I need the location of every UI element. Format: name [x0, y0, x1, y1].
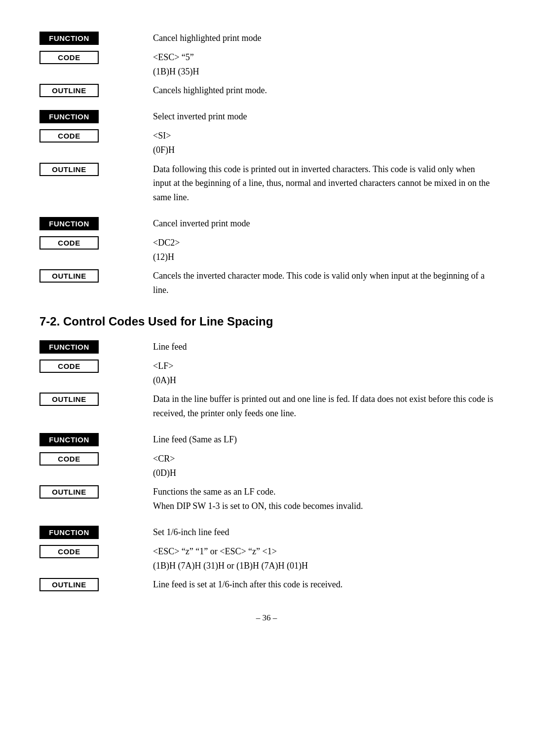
entry-value: Functions the same as an LF code.When DI…: [143, 483, 494, 515]
label-function: FUNCTION: [39, 526, 99, 539]
entry-value: Set 1/6-inch line feed: [143, 524, 494, 541]
entry-group-sg2: FUNCTIONLine feed (Same as LF)CODE<CR>(0…: [39, 431, 494, 515]
top-groups: FUNCTIONCancel highlighted print modeCOD…: [39, 30, 494, 299]
entry-row: OUTLINECancels the inverted character mo…: [39, 267, 494, 299]
entry-value: Data following this code is printed out …: [143, 161, 494, 206]
entry-group-group2: FUNCTIONSelect inverted print modeCODE<S…: [39, 108, 494, 206]
entry-row: OUTLINEFunctions the same as an LF code.…: [39, 483, 494, 515]
label-code: CODE: [39, 545, 99, 558]
entry-row: OUTLINELine feed is set at 1/6-inch afte…: [39, 576, 494, 593]
entry-row: FUNCTIONSet 1/6-inch line feed: [39, 524, 494, 541]
entry-value: Data in the line buffer is printed out a…: [143, 391, 494, 422]
label-outline: OUTLINE: [39, 163, 99, 176]
label-outline: OUTLINE: [39, 485, 99, 499]
entry-group-sg3: FUNCTIONSet 1/6-inch line feedCODE<ESC> …: [39, 524, 494, 593]
entry-row: FUNCTIONCancel highlighted print mode: [39, 30, 494, 47]
entry-value: Cancel highlighted print mode: [143, 30, 494, 47]
label-outline: OUTLINE: [39, 84, 99, 97]
label-outline: OUTLINE: [39, 578, 99, 591]
entry-value: <LF>(0A)H: [143, 358, 494, 389]
entry-row: CODE<LF>(0A)H: [39, 358, 494, 389]
entry-row: OUTLINECancels highlighted print mode.: [39, 82, 494, 99]
label-outline: OUTLINE: [39, 269, 99, 283]
entry-value: Cancels the inverted character mode. Thi…: [143, 267, 494, 299]
entry-value: Line feed is set at 1/6-inch after this …: [143, 576, 494, 593]
label-code: CODE: [39, 51, 99, 64]
label-outline: OUTLINE: [39, 393, 99, 406]
entry-row: CODE<ESC> “z” “1” or <ESC> “z” <1>(1B)H …: [39, 543, 494, 575]
label-function: FUNCTION: [39, 340, 99, 354]
entry-value: <ESC> “5”(1B)H (35)H: [143, 49, 494, 80]
entry-row: FUNCTIONLine feed (Same as LF): [39, 431, 494, 448]
entry-group-sg1: FUNCTIONLine feedCODE<LF>(0A)HOUTLINEDat…: [39, 338, 494, 422]
entry-value: <ESC> “z” “1” or <ESC> “z” <1>(1B)H (7A)…: [143, 543, 494, 575]
entry-row: FUNCTIONCancel inverted print mode: [39, 215, 494, 232]
entry-row: CODE<CR>(0D)H: [39, 450, 494, 482]
entry-value: <SI>(0F)H: [143, 127, 494, 159]
entry-value: Cancel inverted print mode: [143, 215, 494, 232]
entry-row: FUNCTIONLine feed: [39, 338, 494, 356]
entry-value: Line feed (Same as LF): [143, 431, 494, 448]
entry-row: CODE<SI>(0F)H: [39, 127, 494, 159]
entry-group-group1: FUNCTIONCancel highlighted print modeCOD…: [39, 30, 494, 99]
page-content: FUNCTIONCancel highlighted print modeCOD…: [39, 30, 494, 623]
page-number: – 36 –: [39, 613, 494, 623]
entry-row: FUNCTIONSelect inverted print mode: [39, 108, 494, 125]
entry-row: OUTLINEData following this code is print…: [39, 161, 494, 206]
section-title: 7-2. Control Codes Used for Line Spacing: [39, 315, 494, 328]
label-code: CODE: [39, 452, 99, 466]
entry-value: Select inverted print mode: [143, 108, 494, 125]
section-groups: FUNCTIONLine feedCODE<LF>(0A)HOUTLINEDat…: [39, 338, 494, 593]
label-code: CODE: [39, 129, 99, 143]
entry-group-group3: FUNCTIONCancel inverted print modeCODE<D…: [39, 215, 494, 299]
label-function: FUNCTION: [39, 217, 99, 230]
label-function: FUNCTION: [39, 32, 99, 45]
entry-row: OUTLINEData in the line buffer is printe…: [39, 391, 494, 422]
entry-value: Cancels highlighted print mode.: [143, 82, 494, 99]
entry-row: CODE<ESC> “5”(1B)H (35)H: [39, 49, 494, 80]
label-function: FUNCTION: [39, 433, 99, 446]
entry-value: <CR>(0D)H: [143, 450, 494, 482]
label-code: CODE: [39, 236, 99, 250]
entry-row: CODE<DC2>(12)H: [39, 234, 494, 266]
entry-value: <DC2>(12)H: [143, 234, 494, 266]
label-code: CODE: [39, 360, 99, 373]
entry-value: Line feed: [143, 338, 494, 356]
label-function: FUNCTION: [39, 110, 99, 123]
